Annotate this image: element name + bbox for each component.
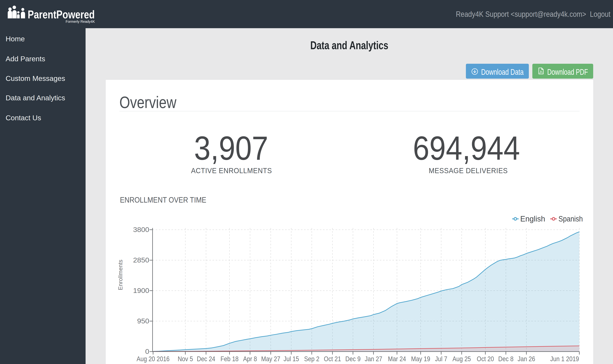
svg-text:Dec 8: Dec 8 — [498, 355, 514, 363]
svg-text:Jan 27: Jan 27 — [365, 355, 382, 363]
svg-text:Oct 20: Oct 20 — [477, 355, 494, 363]
svg-text:Mar 24: Mar 24 — [388, 355, 406, 363]
svg-text:May 19: May 19 — [411, 355, 430, 363]
svg-text:Sep 2: Sep 2 — [304, 355, 320, 363]
svg-text:Jul 7: Jul 7 — [435, 355, 447, 363]
svg-text:0: 0 — [145, 348, 149, 355]
svg-text:English: English — [520, 214, 545, 223]
svg-text:Jan 26: Jan 26 — [518, 355, 535, 363]
svg-text:950: 950 — [137, 317, 149, 325]
svg-text:Aug 25: Aug 25 — [453, 355, 471, 363]
svg-text:Jun 1 2019: Jun 1 2019 — [550, 355, 579, 363]
svg-text:May 27: May 27 — [261, 355, 280, 363]
svg-text:Jul 15: Jul 15 — [283, 355, 299, 363]
svg-text:Enrollments: Enrollments — [117, 260, 124, 290]
svg-text:Nov 5: Nov 5 — [178, 355, 193, 363]
svg-text:3800: 3800 — [133, 226, 149, 234]
svg-text:Spanish: Spanish — [558, 214, 583, 223]
svg-text:Apr 8: Apr 8 — [243, 355, 257, 363]
svg-text:Aug 20 2016: Aug 20 2016 — [137, 355, 169, 363]
svg-text:1900: 1900 — [133, 287, 149, 294]
svg-text:Dec 24: Dec 24 — [197, 355, 215, 363]
svg-text:Oct 21: Oct 21 — [324, 355, 341, 363]
svg-text:2850: 2850 — [133, 257, 149, 264]
svg-text:Feb 18: Feb 18 — [221, 355, 239, 363]
svg-text:Dec 9: Dec 9 — [345, 355, 361, 363]
